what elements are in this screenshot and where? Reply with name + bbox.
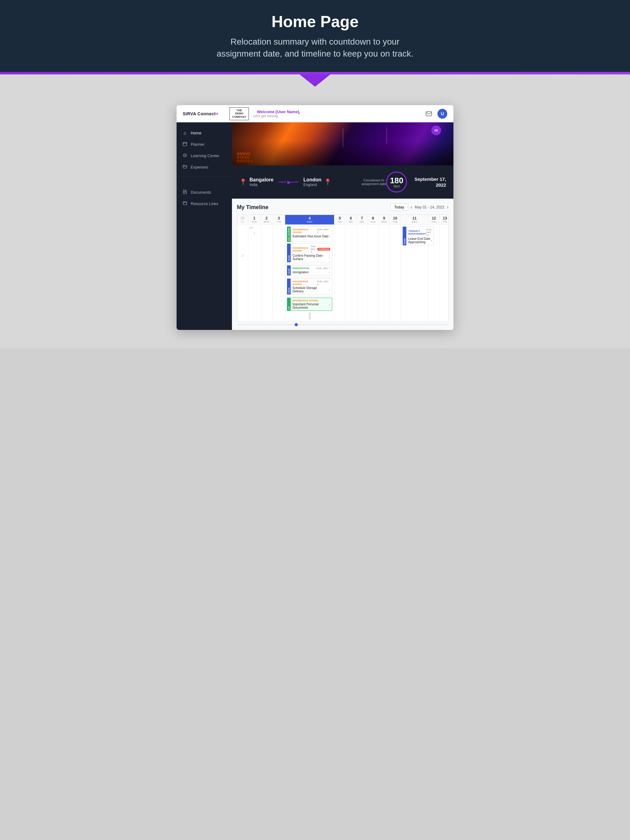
svg-rect-1 [183,142,187,146]
task-divider-1 [287,264,332,264]
sidebar-item-documents[interactable]: Documents [177,186,232,198]
sidebar-item-learning-center[interactable]: Learning Center [177,150,232,161]
task-packing: TASK HOUSEHOLD GOODS DUE: MAY 3 OVERDUE [287,243,332,262]
svg-rect-13 [183,202,187,205]
timeline-title: My Timeline [237,204,269,211]
countdown-circle: 180 days [386,172,407,193]
sidebar-item-resource-links[interactable]: Resource Links [177,198,232,209]
svg-rect-0 [426,112,432,116]
calendar-container: 30 SAT 14 1 SU [237,215,448,322]
origin-pin-icon: 📍 [239,178,247,186]
expenses-icon [182,164,188,170]
countdown-section: Countdown toassignment date [361,178,386,186]
page-header: Home Page Relocation summary with countd… [0,0,630,72]
prev-arrow-button[interactable]: ‹ [411,204,412,210]
calendar-col-2: 2 MON [261,215,273,322]
task-immigration: TASK IMMIGRATION DUE: MAY 7 Immigratio [287,265,332,275]
timeline-controls: Today ‹ May 01 - 14, 2022 › [390,204,448,211]
sidebar: ⌂ Home Planner [177,122,232,330]
main-area: ANGUSSTEAKHOUSES m 📍 Bangalore India [232,122,453,330]
calendar-grid: 30 SAT 14 1 SU [237,215,448,322]
sidebar-item-planner[interactable]: Planner [177,139,232,150]
accent-bar [0,72,630,74]
calendar-col-9: 9 MON [379,215,390,322]
logo-text: SIRVA Connect+ [183,111,218,116]
calendar-col-10: 10 TUE [390,215,401,322]
hero-image: ANGUSSTEAKHOUSES m [232,122,453,166]
app-window: SIRVA Connect+ THE DEMO COMPANY Welcome … [177,105,453,330]
calendar-col-4-wed: 4 WED KEY EVENT HOUSEH [285,215,334,322]
timeline-section: My Timeline Today ‹ May 01 - 14, 2022 › [232,199,453,330]
svg-rect-7 [183,166,187,168]
demo-company-box: THE DEMO COMPANY [230,107,249,120]
planner-icon [182,142,188,147]
nav-icons: U [424,109,447,119]
calendar-col-11: 11 WED TASK TENANCY MA [401,215,429,322]
sidebar-bottom: Documents Resource Links [177,186,232,209]
date-range: May 01 - 14, 2022 [415,205,445,209]
calendar-col-7: 7 SAT [356,215,367,322]
scroll-indicator [287,313,332,320]
task-storage: TASK HOUSEHOLD GOODS DUE: MAY 8 Schedu [287,279,332,295]
calendar-col-5: 5 THU [334,215,345,322]
assignment-date: September 17,2022 [414,176,446,188]
calendar-col-1: 1 SUN 14 › [248,215,261,322]
sidebar-item-home[interactable]: ⌂ Home [177,127,232,139]
page-title: Home Page [19,12,611,31]
task-visa: KEY EVENT HOUSEHOLD GOODS DUE: MAY 3 E [287,227,332,242]
task-tenancy: TASK TENANCY MANAGEMENT DUE: MAY 14 Le [403,227,426,245]
task-divider-3 [287,296,332,297]
home-icon: ⌂ [182,130,188,136]
page-subtitle: Relocation summary with countdown to you… [207,36,423,72]
relocation-arrow: ▶ [279,179,298,185]
destination-location: London England [303,177,321,187]
calendar-col-6: 6 FRI [345,215,356,322]
top-nav: SIRVA Connect+ THE DEMO COMPANY Welcome … [177,105,453,122]
avatar[interactable]: U [437,109,447,119]
calendar-col-3: 3 TUE [273,215,285,322]
sidebar-divider [177,177,232,177]
hero-overlay [232,141,453,166]
destination-pin-icon: 📍 [324,178,332,186]
today-button[interactable]: Today [390,204,408,211]
mail-button[interactable] [424,109,434,119]
timeline-header: My Timeline Today ‹ May 01 - 14, 2022 › [237,204,448,211]
timeline-scroll-bar [237,324,448,325]
logo-plus: + [216,111,218,116]
logo-area: SIRVA Connect+ [183,111,218,116]
app-body: ⌂ Home Planner [177,122,453,330]
welcome-area: Welcome [User Name], Let's get moving. [253,109,300,118]
main-content: SIRVA Connect+ THE DEMO COMPANY Welcome … [0,87,630,348]
learning-icon [182,153,188,158]
resource-links-icon [182,201,188,206]
calendar-col-12: 12 THU [429,215,440,322]
sidebar-item-expenses[interactable]: Expenses [177,161,232,173]
documents-icon [182,190,188,195]
origin-location: Bangalore India [250,177,274,187]
task-personal-docs: TIP HOUSEHOLD GOODS Important Personal D… [287,298,332,311]
header-arrow [300,74,330,87]
svg-point-6 [184,155,185,156]
calendar-col-30: 30 SAT 14 [237,215,248,322]
calendar-col-8: 8 SUN [367,215,379,322]
relocation-bar: 📍 Bangalore India ▶ London England [232,166,453,199]
calendar-col-13: 13 FRI [440,215,448,322]
svg-point-5 [184,154,187,157]
next-arrow-button[interactable]: › [447,204,448,210]
